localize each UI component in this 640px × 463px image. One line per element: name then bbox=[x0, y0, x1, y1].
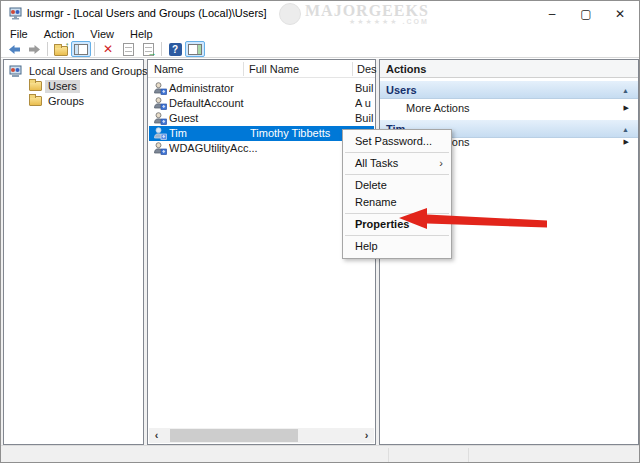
more-actions-label: More Actions bbox=[406, 102, 470, 114]
local-users-groups-icon bbox=[8, 65, 22, 78]
up-folder-button[interactable]: ↑ bbox=[51, 41, 71, 57]
majorgeeks-mascot-watermark bbox=[279, 3, 301, 25]
delete-icon: ✕ bbox=[103, 43, 113, 55]
table-row-tim-selected[interactable]: Tim Timothy Tibbetts bbox=[149, 126, 374, 141]
context-menu-set-password[interactable]: Set Password... bbox=[343, 133, 451, 150]
up-folder-icon: ↑ bbox=[54, 46, 68, 56]
properties-icon bbox=[123, 43, 134, 56]
submenu-arrow-icon: › bbox=[439, 155, 443, 172]
tree-item-groups-label: Groups bbox=[45, 95, 87, 108]
watermark-text: MAJORGEEKS bbox=[305, 3, 429, 18]
watermark-subtext: ★★★★★★ .COM bbox=[349, 18, 429, 26]
cell-description: A u bbox=[355, 96, 374, 111]
cell-description: Buil bbox=[355, 111, 374, 126]
window-controls: – ▢ ✕ bbox=[535, 1, 637, 27]
context-menu-delete[interactable]: Delete bbox=[343, 177, 451, 194]
table-row-wdagutilityaccount[interactable]: WDAGUtilityAcc... bbox=[149, 141, 374, 156]
tree-item-groups[interactable]: Groups bbox=[29, 94, 87, 108]
help-icon: ? bbox=[169, 43, 182, 56]
toolbar-separator bbox=[47, 42, 48, 56]
user-icon bbox=[153, 82, 167, 95]
title-bar: lusrmgr - [Local Users and Groups (Local… bbox=[1, 1, 639, 27]
toolbar: ↑ ✕ → ? bbox=[1, 41, 639, 58]
help-button[interactable]: ? bbox=[165, 41, 185, 57]
maximize-button[interactable]: ▢ bbox=[569, 1, 603, 27]
context-menu: Set Password... All Tasks › Delete Renam… bbox=[342, 129, 452, 259]
tree-item-users[interactable]: Users bbox=[29, 79, 80, 93]
expand-icon[interactable]: ▶ bbox=[624, 99, 629, 117]
cell-name: Administrator bbox=[169, 81, 247, 96]
cell-full-name bbox=[250, 141, 352, 156]
forward-icon bbox=[28, 44, 41, 55]
folder-icon bbox=[29, 81, 42, 91]
menu-separator bbox=[345, 152, 449, 153]
table-row-defaultaccount[interactable]: DefaultAccount A u bbox=[149, 96, 374, 111]
delete-button[interactable]: ✕ bbox=[98, 41, 118, 57]
user-icon bbox=[153, 142, 167, 155]
toolbar-separator bbox=[94, 42, 95, 56]
user-icon bbox=[153, 97, 167, 110]
export-list-button[interactable]: → bbox=[138, 41, 158, 57]
menu-action[interactable]: Action bbox=[36, 27, 83, 41]
forward-button[interactable] bbox=[24, 41, 44, 57]
properties-button[interactable] bbox=[118, 41, 138, 57]
actions-pane-title: Actions bbox=[380, 60, 638, 78]
table-row-guest[interactable]: Guest Buil bbox=[149, 111, 374, 126]
toolbar-separator bbox=[161, 42, 162, 56]
status-separator bbox=[468, 448, 469, 462]
collapse-icon[interactable]: ▲ bbox=[622, 81, 629, 100]
menu-file[interactable]: File bbox=[1, 27, 36, 41]
console-tree-pane: Local Users and Groups (Local) Users Gro… bbox=[3, 59, 144, 445]
scrollbar-thumb[interactable] bbox=[170, 429, 298, 442]
app-icon bbox=[8, 7, 22, 20]
folder-icon bbox=[29, 96, 42, 106]
back-button[interactable] bbox=[4, 41, 24, 57]
context-menu-help[interactable]: Help bbox=[343, 238, 451, 255]
menu-bar: File Action View Help bbox=[1, 27, 639, 41]
export-list-icon: → bbox=[143, 43, 154, 56]
list-header: Name Full Name Des bbox=[148, 60, 375, 78]
show-action-pane-button[interactable] bbox=[185, 41, 205, 57]
status-separator bbox=[388, 448, 389, 462]
menu-view[interactable]: View bbox=[82, 27, 122, 41]
cell-name: Tim bbox=[169, 126, 247, 141]
action-pane-icon bbox=[188, 44, 202, 55]
user-icon bbox=[153, 112, 167, 125]
context-menu-all-tasks[interactable]: All Tasks › bbox=[343, 155, 451, 172]
tree-item-users-label: Users bbox=[45, 80, 80, 93]
menu-help[interactable]: Help bbox=[122, 27, 161, 41]
close-button[interactable]: ✕ bbox=[603, 1, 637, 27]
cell-name: DefaultAccount bbox=[169, 96, 247, 111]
menu-separator bbox=[345, 235, 449, 236]
cell-description: Buil bbox=[355, 81, 374, 96]
scroll-right-arrow-icon[interactable]: › bbox=[359, 428, 374, 443]
column-separator[interactable] bbox=[352, 62, 353, 76]
status-bar bbox=[1, 445, 639, 463]
console-tree-icon bbox=[74, 44, 88, 55]
column-header-full-name[interactable]: Full Name bbox=[249, 60, 299, 78]
expand-icon[interactable]: ▶ bbox=[624, 133, 629, 151]
user-icon bbox=[153, 127, 167, 140]
majorgeeks-watermark: MAJORGEEKS ★★★★★★ .COM bbox=[279, 1, 469, 27]
lusrmgr-window: lusrmgr - [Local Users and Groups (Local… bbox=[0, 0, 640, 463]
cell-name: Guest bbox=[169, 111, 247, 126]
all-tasks-label: All Tasks bbox=[355, 157, 398, 169]
cell-full-name bbox=[250, 96, 352, 111]
column-header-name[interactable]: Name bbox=[154, 60, 183, 78]
scroll-left-arrow-icon[interactable]: ‹ bbox=[149, 428, 164, 443]
cell-full-name bbox=[250, 111, 352, 126]
actions-section-users-label: Users bbox=[386, 84, 417, 96]
more-actions-users[interactable]: More Actions ▶ bbox=[380, 99, 638, 117]
scrollbar-track[interactable] bbox=[164, 428, 359, 443]
horizontal-scrollbar: ‹ › bbox=[149, 428, 374, 443]
window-title: lusrmgr - [Local Users and Groups (Local… bbox=[27, 7, 267, 19]
minimize-button[interactable]: – bbox=[535, 1, 569, 27]
back-icon bbox=[8, 44, 21, 55]
column-header-description[interactable]: Des bbox=[357, 60, 377, 78]
actions-section-users[interactable]: Users ▲ bbox=[380, 80, 638, 99]
column-separator[interactable] bbox=[243, 62, 244, 76]
cell-full-name: Timothy Tibbetts bbox=[250, 126, 352, 141]
table-row-administrator[interactable]: Administrator Buil bbox=[149, 81, 374, 96]
red-annotation-arrow bbox=[397, 206, 549, 233]
show-console-tree-button[interactable] bbox=[71, 41, 91, 57]
